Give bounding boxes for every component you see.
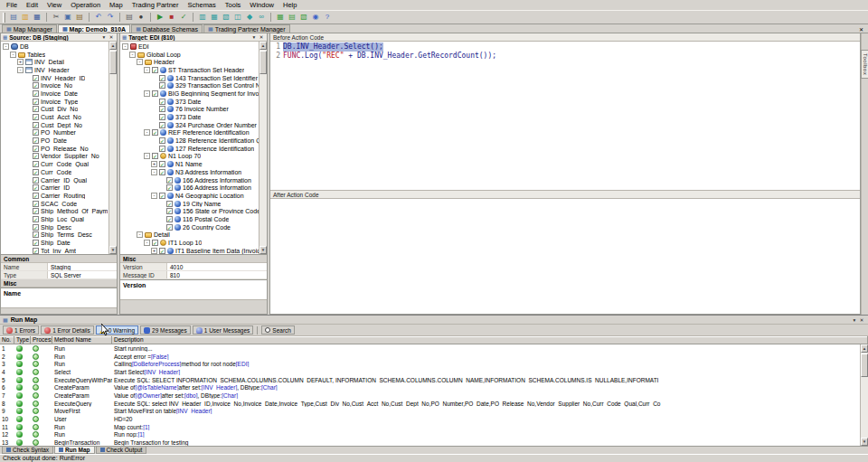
column-header-process[interactable]: Process — [31, 336, 52, 344]
scroll-up-icon[interactable]: ▲ — [861, 344, 868, 353]
paste-icon[interactable]: ▤ — [74, 12, 85, 23]
column-header-type[interactable]: Type — [14, 336, 31, 344]
menu-help[interactable]: Help — [278, 0, 301, 11]
tree-item[interactable]: ✓373 Date — [120, 113, 259, 121]
tree-item[interactable]: ✓Vendor_Supplier_No — [1, 153, 108, 161]
property-row[interactable]: Message ID810 — [120, 271, 267, 279]
tree-item[interactable]: ✓156 State or Province Code — [120, 207, 259, 215]
collapse-icon[interactable]: - — [137, 231, 143, 238]
menu-schemas[interactable]: Schemas — [184, 0, 221, 11]
property-row[interactable]: TypeSQL Server — [1, 271, 117, 279]
map-icon[interactable]: ▧ — [221, 12, 231, 23]
collapse-icon[interactable]: - — [10, 52, 16, 58]
tree-item[interactable]: -DB — [1, 42, 108, 51]
toolbar-grip[interactable] — [3, 13, 5, 23]
collapse-icon[interactable]: - — [129, 52, 136, 58]
tree-item[interactable]: ✓19 City Name — [120, 200, 259, 208]
scrollbar-thumb[interactable] — [109, 51, 117, 74]
tree-item[interactable]: ✓76 Invoice Number — [120, 106, 259, 114]
close-document-button[interactable]: ✕ — [857, 25, 865, 33]
checkbox[interactable]: ✓ — [159, 75, 165, 81]
runmap-tab-search[interactable]: Search — [261, 325, 295, 335]
checkbox[interactable]: ✓ — [33, 106, 39, 112]
doc-tab-trading-partner-manager[interactable]: ▦Trading Partner Manager — [203, 24, 290, 33]
tree-item[interactable]: -✓REF Reference Identification — [120, 129, 259, 137]
menu-operation[interactable]: Operation — [66, 0, 105, 11]
checkbox[interactable]: ✓ — [33, 231, 39, 238]
doc-tab-map-demob-810a[interactable]: ▦Map: Demob_810A — [58, 24, 130, 33]
checkbox[interactable]: ✓ — [33, 99, 39, 105]
tree-item[interactable]: ✓PO_Number — [1, 129, 108, 137]
checkbox[interactable]: ✓ — [33, 216, 39, 222]
undo-icon[interactable]: ↶ — [93, 12, 104, 23]
property-row[interactable]: NameStaging — [1, 263, 117, 271]
tree-item[interactable]: -Tables — [1, 51, 108, 59]
table-row[interactable]: 2RunAccept error = [False] — [0, 353, 860, 361]
column-header-method-name[interactable]: Method Name — [52, 336, 112, 344]
tree-item[interactable]: ✓Ship_Method_Of_Paym — [1, 207, 108, 215]
checkbox[interactable]: ✓ — [33, 114, 39, 120]
tree-item[interactable]: ✓Cust_Div_No — [1, 106, 108, 114]
target-tree-scrollbar[interactable]: ▲ ▼ — [259, 42, 267, 254]
checkbox[interactable]: ✓ — [159, 114, 165, 120]
checkbox[interactable]: ✓ — [33, 177, 39, 184]
run-map-toolbar-icon[interactable]: ▶ — [155, 12, 165, 23]
checkbox[interactable]: ✓ — [33, 137, 39, 144]
copy-icon[interactable]: ▣ — [62, 12, 73, 23]
collapse-icon[interactable]: - — [144, 240, 150, 246]
expand-icon[interactable]: + — [151, 248, 157, 254]
checkbox[interactable]: ✓ — [159, 248, 165, 254]
checkbox[interactable]: ✓ — [33, 153, 39, 159]
tree-item[interactable]: ✓Invoice_No — [1, 81, 108, 90]
save-icon[interactable]: ▦ — [32, 12, 42, 23]
table-row[interactable]: 6CreateParamValue of [@IsTableName] afte… — [0, 383, 860, 391]
doc-tab-map-manager[interactable]: ▦Map Manager — [2, 24, 57, 33]
tree-item[interactable]: ✓PO_Release_No — [1, 145, 108, 153]
runmap-tab-1-user-messages[interactable]: 1 User Messages — [193, 325, 254, 335]
tree-item[interactable]: ✓Invoice_Date — [1, 90, 108, 98]
open-icon[interactable]: ▥ — [20, 12, 31, 23]
toolbox-tab[interactable]: Toolbox — [861, 50, 868, 79]
tree-item[interactable]: ✓Invoice_Type — [1, 98, 108, 106]
database-icon[interactable]: ▥ — [197, 12, 208, 23]
checkbox[interactable]: ✓ — [33, 122, 39, 128]
table-row[interactable]: 5ExecuteQueryWithParamExecute SQL: SELEC… — [0, 376, 860, 384]
tree-item[interactable]: ✓127 Reference Identification — [120, 145, 259, 153]
checkbox[interactable]: ✓ — [33, 129, 39, 136]
tree-item[interactable]: ✓Carrier_ID_Qual — [1, 176, 108, 184]
expand-icon[interactable]: + — [151, 161, 157, 167]
menu-file[interactable]: File — [2, 0, 22, 11]
collapse-icon[interactable]: - — [151, 193, 157, 199]
tree-item[interactable]: ✓Curr_Code — [1, 168, 108, 176]
collapse-icon[interactable]: - — [144, 129, 150, 136]
link-icon[interactable]: ∞ — [256, 12, 267, 23]
checkbox[interactable]: ✓ — [33, 193, 39, 199]
table-row[interactable]: 9MoveFirstStart MoveFirst on table [INV_… — [0, 408, 860, 416]
checkbox[interactable]: ✓ — [152, 153, 158, 159]
menu-edit[interactable]: Edit — [22, 0, 42, 11]
source-panel-menu-button[interactable]: ▾ — [100, 33, 108, 41]
checkbox[interactable]: ✓ — [159, 106, 165, 112]
collapse-icon[interactable]: - — [144, 153, 150, 159]
tree-item[interactable]: ✓166 Address Information — [120, 176, 259, 184]
code-line[interactable]: 2FUNC.Log("REC" + DB.INV_Header.GetRecor… — [270, 52, 860, 61]
help-icon[interactable]: ? — [322, 12, 333, 23]
tree-item[interactable]: ✓Ship_Loc_Qual — [1, 215, 108, 223]
checkbox[interactable]: ✓ — [33, 201, 39, 207]
tree-item[interactable]: +✓IT1 Baseline Item Data (Invoice) — [120, 247, 259, 254]
target-panel-close-button[interactable]: ✕ — [258, 33, 265, 41]
tree-item[interactable]: ✓Cust_Dept_No — [1, 121, 108, 129]
table-row[interactable]: 7CreateParamValue of [@Owner] after set:… — [0, 391, 860, 400]
collapse-icon[interactable]: - — [122, 43, 128, 50]
source-panel-close-button[interactable]: ✕ — [108, 33, 115, 41]
code-line[interactable]: 1DB.INV_Header.Select(); — [270, 42, 860, 52]
column-header-description[interactable]: Description — [112, 336, 868, 344]
doc-tab-database-schemas[interactable]: ▦Database Schemas — [131, 24, 203, 33]
tree-item[interactable]: ✓PO_Date — [1, 137, 108, 145]
checkbox[interactable]: ✓ — [166, 184, 173, 191]
table-row[interactable]: 12RunRun nop: [1] — [0, 431, 860, 439]
checkbox[interactable]: ✓ — [166, 208, 173, 214]
run-map-close-button[interactable]: ✕ — [858, 316, 865, 324]
menu-tools[interactable]: Tools — [221, 0, 246, 11]
expand-icon[interactable]: + — [17, 59, 24, 65]
